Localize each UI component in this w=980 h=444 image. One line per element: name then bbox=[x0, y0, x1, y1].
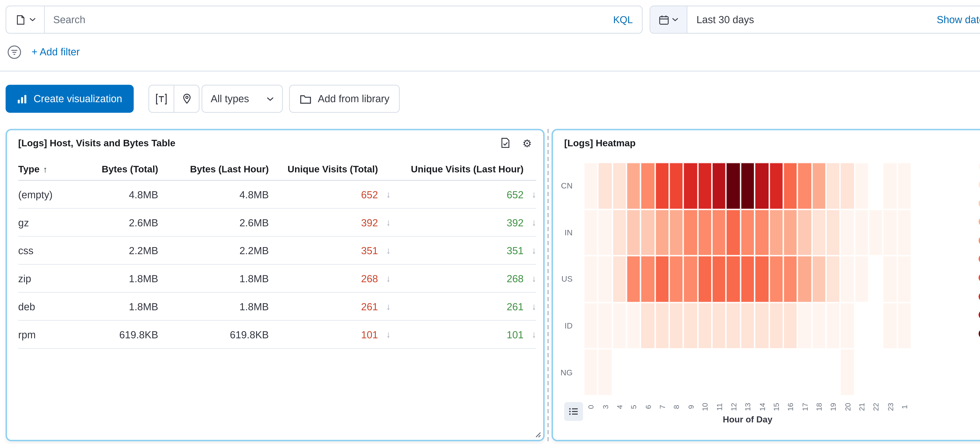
heatmap-cell[interactable] bbox=[726, 256, 740, 302]
heatmap-cell[interactable] bbox=[684, 209, 698, 256]
heatmap-cell[interactable] bbox=[612, 256, 627, 302]
column-header[interactable]: Bytes (Total) bbox=[80, 164, 158, 174]
legend-item[interactable]: 0 - 6 bbox=[978, 161, 980, 171]
heatmap-cell[interactable] bbox=[897, 302, 912, 349]
heatmap-cell[interactable] bbox=[655, 302, 669, 349]
heatmap-cell[interactable] bbox=[783, 163, 797, 209]
add-filter-button[interactable]: + Add filter bbox=[32, 46, 80, 57]
heatmap-cell[interactable] bbox=[684, 163, 698, 209]
heatmap-cell[interactable] bbox=[726, 209, 740, 256]
down-arrow-icon[interactable]: ↓ bbox=[523, 245, 536, 256]
heatmap-cell[interactable] bbox=[869, 209, 883, 256]
heatmap-cell[interactable] bbox=[655, 256, 669, 302]
legend-toggle-button[interactable] bbox=[564, 402, 583, 421]
heatmap-cell[interactable] bbox=[712, 209, 726, 256]
heatmap-cell[interactable] bbox=[826, 163, 840, 209]
heatmap-cell[interactable] bbox=[883, 302, 897, 349]
heatmap-cell[interactable] bbox=[811, 302, 826, 349]
heatmap-cell[interactable] bbox=[655, 209, 669, 256]
heatmap-cell[interactable] bbox=[755, 163, 769, 209]
heatmap-cell[interactable] bbox=[684, 256, 698, 302]
heatmap-cell[interactable] bbox=[797, 302, 812, 349]
down-arrow-icon[interactable]: ↓ bbox=[378, 273, 391, 284]
heatmap-cell[interactable] bbox=[712, 256, 726, 302]
date-range-value[interactable]: Last 30 days bbox=[687, 14, 754, 25]
heatmap-cell[interactable] bbox=[712, 302, 726, 349]
heatmap-cell[interactable] bbox=[584, 302, 598, 349]
down-arrow-icon[interactable]: ↓ bbox=[523, 329, 536, 340]
add-text-button[interactable] bbox=[149, 86, 173, 112]
down-arrow-icon[interactable]: ↓ bbox=[378, 217, 391, 228]
legend-item[interactable]: 30 - 36 bbox=[978, 254, 980, 264]
heatmap-cell[interactable] bbox=[883, 209, 897, 256]
heatmap-cell[interactable] bbox=[797, 256, 812, 302]
column-header[interactable]: Type↑ bbox=[18, 164, 80, 174]
filter-icon[interactable] bbox=[7, 45, 22, 59]
heatmap-cell[interactable] bbox=[598, 302, 612, 349]
down-arrow-icon[interactable]: ↓ bbox=[378, 245, 391, 256]
heatmap-cell[interactable] bbox=[755, 209, 769, 256]
legend-item[interactable]: 48 - 54 bbox=[978, 310, 980, 320]
heatmap-cell[interactable] bbox=[811, 209, 826, 256]
heatmap-cell[interactable] bbox=[669, 256, 684, 302]
heatmap-cell[interactable] bbox=[740, 302, 755, 349]
heatmap-cell[interactable] bbox=[612, 163, 627, 209]
heatmap-cell[interactable] bbox=[755, 302, 769, 349]
heatmap-cell[interactable] bbox=[797, 209, 812, 256]
heatmap-cell[interactable] bbox=[641, 256, 655, 302]
heatmap-cell[interactable] bbox=[826, 209, 840, 256]
heatmap-cell[interactable] bbox=[669, 163, 684, 209]
heatmap-cell[interactable] bbox=[883, 256, 897, 302]
legend-item[interactable]: 24 - 30 bbox=[978, 236, 980, 245]
heatmap-cell[interactable] bbox=[598, 349, 612, 396]
save-to-library-icon[interactable] bbox=[499, 136, 512, 149]
heatmap-cell[interactable] bbox=[840, 209, 854, 256]
heatmap-cell[interactable] bbox=[783, 209, 797, 256]
heatmap-cell[interactable] bbox=[769, 209, 783, 256]
heatmap-cell[interactable] bbox=[854, 163, 869, 209]
down-arrow-icon[interactable]: ↓ bbox=[523, 273, 536, 284]
down-arrow-icon[interactable]: ↓ bbox=[523, 301, 536, 312]
heatmap-cell[interactable] bbox=[655, 163, 669, 209]
down-arrow-icon[interactable]: ↓ bbox=[523, 217, 536, 228]
add-from-library-button[interactable]: Add from library bbox=[289, 85, 400, 113]
heatmap-cell[interactable] bbox=[669, 209, 684, 256]
heatmap-cell[interactable] bbox=[698, 163, 712, 209]
heatmap-cell[interactable] bbox=[598, 163, 612, 209]
heatmap-cell[interactable] bbox=[627, 302, 641, 349]
panel-title[interactable]: [Logs] Host, Visits and Bytes Table bbox=[18, 138, 175, 148]
heatmap-cell[interactable] bbox=[797, 163, 812, 209]
heatmap-cell[interactable] bbox=[612, 302, 627, 349]
down-arrow-icon[interactable]: ↓ bbox=[378, 301, 391, 312]
heatmap-cell[interactable] bbox=[641, 163, 655, 209]
heatmap-cell[interactable] bbox=[598, 209, 612, 256]
panel-type-filter[interactable]: All types bbox=[202, 85, 283, 113]
heatmap-cell[interactable] bbox=[726, 163, 740, 209]
down-arrow-icon[interactable]: ↓ bbox=[523, 189, 536, 200]
heatmap-cell[interactable] bbox=[811, 163, 826, 209]
heatmap-cell[interactable] bbox=[783, 302, 797, 349]
date-quick-select-button[interactable] bbox=[650, 6, 687, 33]
heatmap-cell[interactable] bbox=[826, 256, 840, 302]
column-header[interactable]: Unique Visits (Last Hour) bbox=[391, 164, 536, 174]
heatmap-cell[interactable] bbox=[740, 209, 755, 256]
heatmap-cell[interactable] bbox=[854, 256, 869, 302]
heatmap-cell[interactable] bbox=[641, 209, 655, 256]
panel-title[interactable]: [Logs] Heatmap bbox=[564, 138, 636, 148]
legend-item[interactable]: 36 - 42 bbox=[978, 273, 980, 283]
kql-language-button[interactable]: KQL bbox=[604, 14, 642, 25]
heatmap-cell[interactable] bbox=[684, 302, 698, 349]
heatmap-cell[interactable] bbox=[740, 256, 755, 302]
heatmap-cell[interactable] bbox=[840, 302, 854, 349]
heatmap-cell[interactable] bbox=[769, 256, 783, 302]
panel-resize-guide[interactable] bbox=[547, 129, 549, 441]
heatmap-cell[interactable] bbox=[584, 349, 598, 396]
legend-item[interactable]: 18 - 24 bbox=[978, 217, 980, 227]
heatmap-cell[interactable] bbox=[584, 256, 598, 302]
down-arrow-icon[interactable]: ↓ bbox=[378, 329, 391, 340]
heatmap-cell[interactable] bbox=[826, 302, 840, 349]
heatmap-cell[interactable] bbox=[698, 256, 712, 302]
add-annotation-button[interactable] bbox=[173, 86, 199, 112]
show-dates-button[interactable]: Show dates bbox=[937, 14, 980, 25]
heatmap-cell[interactable] bbox=[755, 256, 769, 302]
